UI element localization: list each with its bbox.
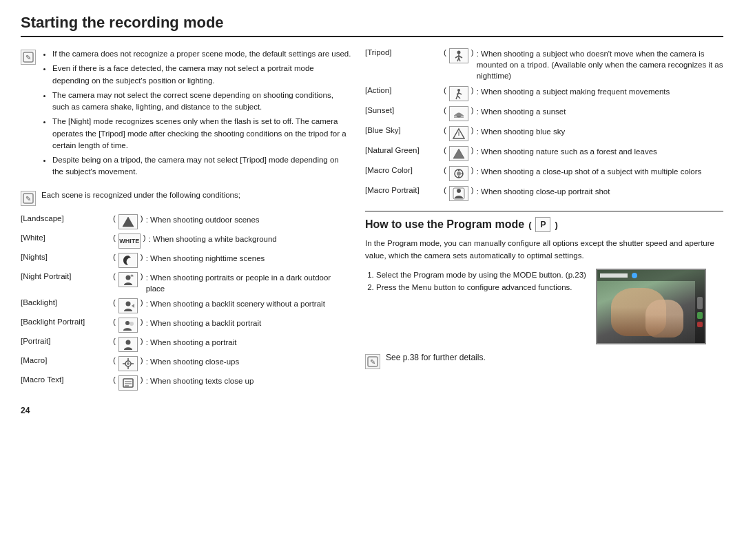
scene-icon-natural-green (449, 146, 468, 161)
paren-close-macro-text: ) (141, 375, 143, 384)
note-item-4: The [Night] mode recognizes scenes only … (52, 116, 351, 152)
note-item-5: Despite being on a tripod, the camera ma… (52, 154, 351, 178)
paren-open-natural-green: ( (444, 146, 446, 154)
scene-icon-macro (118, 356, 138, 371)
paren-open-landscape: ( (113, 214, 116, 222)
svg-text:✎: ✎ (25, 195, 31, 203)
svg-line-32 (457, 96, 460, 98)
scene-intro-text: Each scene is recognized under the follo… (41, 189, 240, 206)
paren-open-tripod: ( (444, 48, 446, 56)
svg-point-12 (125, 340, 130, 344)
scene-portrait: [Portrait] ( ) : When shooting a portrai… (21, 337, 351, 352)
page-number: 24 (21, 406, 723, 415)
paren-open-backlight: ( (113, 298, 116, 307)
program-steps: Select the Program mode by using the MOD… (365, 269, 723, 344)
scene-label-macro-portrait: [Macro Portrait] (365, 186, 441, 194)
program-desc: In the Program mode, you can manually co… (365, 238, 723, 262)
preview-bar-1 (600, 273, 628, 278)
paren-open-sunset: ( (444, 106, 446, 114)
scene-desc-landscape: : When shooting outdoor scenes (146, 214, 260, 225)
scene-desc-tripod: : When shooting a subject who doesn't mo… (477, 48, 723, 81)
paren-open-portrait: ( (113, 337, 116, 345)
scene-label-night-portrait: [Night Portrait] (21, 272, 110, 280)
preview-side-bar-red (697, 322, 703, 327)
paren-open-blue-sky: ( (444, 126, 446, 134)
scene-landscape: [Landscape] ( ) : When shooting outdoor … (21, 214, 351, 229)
steps-text: Select the Program mode by using the MOD… (365, 269, 586, 294)
scene-desc-backlight-portrait: : When shooting a backlit portrait (146, 318, 261, 329)
camera-preview-overlay (597, 270, 705, 281)
scene-icon-macro-portrait (449, 186, 468, 201)
scene-label-backlight-portrait: [Backlight Portrait] (21, 318, 110, 326)
scene-icon-white: WHITE (118, 234, 141, 249)
scene-night-portrait: [Night Portrait] ( ★ ) : When shooting p… (21, 272, 351, 294)
scene-icon-night-portrait: ★ (118, 272, 138, 287)
svg-point-43 (462, 173, 463, 174)
scene-icon-action (449, 86, 468, 101)
scene-desc-sunset: : When shooting a sunset (477, 106, 566, 117)
scene-label-blue-sky: [Blue Sky] (365, 126, 441, 134)
scene-action: [Action] ( ) : When shooting a subject m… (365, 86, 723, 101)
scene-backlight: [Backlight] ( ) : When shooting a backli… (21, 298, 351, 313)
paren-close-tripod: ) (471, 48, 474, 56)
svg-line-33 (459, 93, 462, 94)
scene-icon-landscape (118, 214, 138, 229)
note-item-1: If the camera does not recognize a prope… (52, 48, 351, 60)
preview-dot (632, 273, 637, 278)
see-note-icon: ✎ (365, 354, 380, 369)
left-column: ✎ If the camera does not recognize a pro… (21, 48, 351, 395)
content-wrapper: ✎ If the camera does not recognize a pro… (21, 48, 723, 395)
scene-label-landscape: [Landscape] (21, 214, 110, 222)
paren-open-night-portrait: ( (113, 272, 116, 280)
note-item-3: The camera may not select the correct sc… (52, 90, 351, 114)
paren-close-natural-green: ) (471, 146, 474, 154)
scene-desc-nights: : When shooting nighttime scenes (146, 253, 265, 264)
scene-intro-box: ✎ Each scene is recognized under the fol… (21, 189, 351, 206)
scene-icon-tripod (449, 48, 468, 63)
paren-close-macro-portrait: ) (471, 186, 474, 194)
svg-marker-9 (132, 304, 134, 308)
svg-point-5 (125, 275, 130, 280)
svg-text:✎: ✎ (25, 54, 31, 61)
scene-desc-white: : When shooting a white background (149, 234, 277, 245)
preview-side-bar-green (697, 312, 703, 319)
scene-label-backlight: [Backlight] (21, 298, 110, 307)
svg-point-44 (458, 176, 459, 178)
scene-icon-backlight (118, 298, 138, 313)
scene-label-portrait: [Portrait] (21, 337, 110, 345)
paren-close-white: ) (143, 234, 146, 242)
svg-point-23 (457, 51, 460, 54)
scene-label-white: [White] (21, 234, 110, 242)
scene-macro-color: [Macro Color] ( ) : When shooting a clos… (365, 166, 723, 181)
scene-label-tripod: [Tripod] (365, 48, 441, 56)
svg-line-28 (459, 58, 460, 61)
svg-text:✎: ✎ (370, 358, 375, 366)
scene-natural-green: [Natural Green] ( ) : When shooting natu… (365, 146, 723, 161)
paren-close-macro-color: ) (471, 166, 474, 174)
scene-desc-portrait: : When shooting a portrait (146, 337, 237, 348)
scene-label-action: [Action] (365, 86, 441, 94)
paren-close-night-portrait: ) (141, 272, 143, 280)
scene-nights: [Nights] ( ) : When shooting nighttime s… (21, 253, 351, 268)
paren-close-backlight-portrait: ) (141, 318, 143, 326)
paren-close-portrait: ) (141, 337, 143, 345)
svg-point-11 (130, 322, 134, 326)
scene-icon-nights (118, 253, 138, 268)
scene-sunset: [Sunset] ( ) : When shooting a sunset (365, 106, 723, 121)
step-2: Press the Menu button to configure advan… (376, 281, 586, 293)
scene-desc-blue-sky: : When shooting blue sky (477, 126, 566, 137)
scene-desc-macro: : When shooting close-ups (146, 356, 240, 367)
preview-side-bar-1 (697, 297, 703, 309)
note-icon-1: ✎ (21, 50, 36, 65)
note-item-2: Even if there is a face detected, the ca… (52, 63, 351, 87)
scene-icon-portrait (118, 337, 138, 352)
right-scene-list: [Tripod] ( ) : When shooting a subject w… (365, 48, 723, 201)
page-title: Starting the recording mode (21, 14, 723, 37)
paren-open-backlight-portrait: ( (113, 318, 116, 326)
step-1: Select the Program mode by using the MOD… (376, 269, 586, 281)
paren-close-sunset: ) (471, 106, 474, 114)
svg-point-42 (458, 169, 459, 171)
scene-macro-text: [Macro Text] ( ) : When shooting texts c… (21, 375, 351, 391)
scene-desc-macro-portrait: : When shooting close-up portrait shot (477, 186, 610, 197)
scene-tripod: [Tripod] ( ) : When shooting a subject w… (365, 48, 723, 81)
